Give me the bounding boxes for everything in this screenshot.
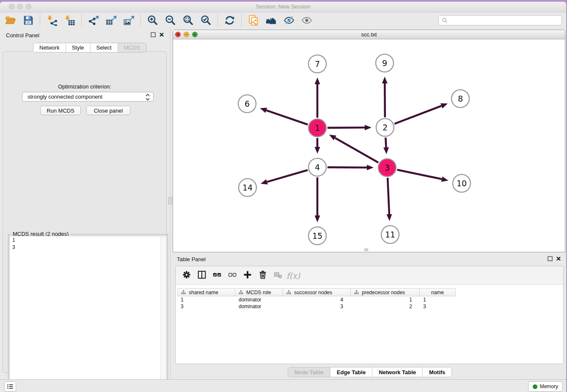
window-titlebar[interactable]: Session: New Session: [0, 2, 566, 12]
delete-row-button[interactable]: [255, 268, 270, 283]
table-row[interactable]: 1dominator411: [177, 296, 456, 303]
gear-button[interactable]: [179, 268, 194, 283]
table-cell[interactable]: 1: [351, 296, 420, 303]
graph-node-15[interactable]: 15: [308, 227, 326, 245]
edge-1-6[interactable]: [266, 110, 308, 125]
graph-node-6[interactable]: 6: [238, 95, 256, 113]
graph-node-9[interactable]: 9: [376, 54, 394, 72]
network-canvas[interactable]: 1234678910111415: [173, 39, 565, 252]
network-graph: 1234678910111415: [173, 39, 565, 252]
home-button[interactable]: [264, 14, 278, 27]
tab-network-table[interactable]: Network Table: [372, 367, 423, 377]
edge-4-3[interactable]: [328, 167, 367, 168]
close-panel-button[interactable]: Close panel: [86, 106, 130, 115]
graph-node-2[interactable]: 2: [376, 119, 394, 136]
refresh-button[interactable]: [223, 14, 237, 27]
deselect-all-button[interactable]: [225, 268, 240, 283]
table-row[interactable]: 3dominator323: [177, 303, 456, 310]
table-cell[interactable]: dominator: [235, 303, 283, 310]
edge-2-9[interactable]: [385, 83, 385, 117]
float-panel-icon[interactable]: [151, 32, 156, 37]
edge-3-1[interactable]: [335, 138, 378, 163]
edge-2-3[interactable]: [385, 138, 386, 147]
table-cell[interactable]: 3: [420, 303, 456, 310]
column-tree-icon: [286, 290, 291, 295]
tab-edge-table[interactable]: Edge Table: [330, 367, 372, 377]
column-header-successor-nodes[interactable]: successor nodes: [283, 288, 351, 296]
table-cell[interactable]: 3: [283, 303, 351, 310]
search-box[interactable]: [438, 15, 562, 25]
tab-node-table[interactable]: Node Table: [288, 367, 330, 377]
tab-network[interactable]: Network: [33, 43, 66, 52]
result-scrollbar[interactable]: [160, 236, 166, 392]
search-input[interactable]: [450, 17, 561, 24]
open-folder-button[interactable]: [3, 14, 18, 27]
graph-node-11[interactable]: 11: [381, 226, 399, 243]
node-label: 15: [312, 231, 322, 240]
column-header-MCDS-role[interactable]: MCDS role: [235, 288, 283, 296]
edge-3-10[interactable]: [397, 170, 442, 179]
columns-button[interactable]: [194, 268, 209, 283]
edge-1-2[interactable]: [328, 127, 365, 128]
graph-node-8[interactable]: 8: [451, 90, 469, 108]
add-row-button[interactable]: [240, 268, 255, 283]
graph-node-3[interactable]: 3: [378, 159, 396, 177]
edge-3-11[interactable]: [388, 178, 389, 214]
dropdown-stepper-icon: [145, 93, 151, 102]
select-all-button[interactable]: [209, 268, 225, 283]
column-header-shared-name[interactable]: shared name: [177, 288, 235, 296]
zoom-fit-button[interactable]: [181, 14, 195, 27]
import-table-button[interactable]: [63, 14, 77, 27]
export-network-button[interactable]: [86, 14, 101, 27]
graph-node-4[interactable]: 4: [308, 158, 326, 176]
status-bar: Memory: [0, 379, 566, 392]
table-cell[interactable]: 2: [351, 303, 420, 310]
graph-node-7[interactable]: 7: [308, 55, 326, 73]
zoom-selected-button[interactable]: [199, 14, 213, 27]
zoom-selected-icon: [201, 15, 212, 26]
tab-select[interactable]: Select: [91, 43, 118, 52]
node-label: 6: [245, 99, 250, 108]
zoom-out-button[interactable]: [163, 14, 178, 27]
task-history-button[interactable]: [4, 381, 16, 392]
graph-node-1[interactable]: 1: [308, 119, 326, 137]
criterion-dropdown[interactable]: strongly connected component: [22, 92, 154, 102]
clone-network-button[interactable]: [246, 14, 261, 27]
graph-node-14[interactable]: 14: [239, 179, 256, 196]
edge-4-14[interactable]: [267, 170, 308, 182]
tab-mcds[interactable]: MCDS: [118, 43, 146, 52]
import-network-button[interactable]: [45, 14, 59, 27]
column-header-predecessor-nodes[interactable]: predecessor nodes: [351, 288, 420, 296]
control-panel-title: Control Panel: [6, 32, 39, 39]
float-table-panel-icon[interactable]: [548, 256, 553, 261]
save-button[interactable]: [21, 14, 36, 27]
close-panel-icon[interactable]: [159, 32, 164, 37]
export-table-button[interactable]: [104, 14, 118, 27]
import-table-icon: [64, 15, 75, 26]
network-window-titlebar[interactable]: scc.txt: [173, 30, 565, 39]
zoom-in-button[interactable]: [146, 14, 160, 27]
hide-eye-button[interactable]: [282, 14, 296, 27]
column-tree-icon: [354, 290, 359, 295]
tab-motifs[interactable]: Motifs: [423, 367, 451, 377]
node-label: 11: [385, 230, 395, 239]
run-mcds-button[interactable]: Run MCDS: [40, 106, 81, 115]
table-cell[interactable]: 1: [420, 296, 456, 303]
network-resize-grip[interactable]: [364, 248, 368, 251]
column-header-label: MCDS role: [246, 290, 271, 295]
graph-node-10[interactable]: 10: [453, 174, 471, 192]
column-header-name[interactable]: name: [420, 288, 456, 296]
memory-button[interactable]: Memory: [528, 381, 563, 392]
edge-2-8[interactable]: [394, 106, 441, 124]
show-eye-button[interactable]: [300, 14, 314, 27]
export-image-button[interactable]: [122, 14, 136, 27]
tab-style[interactable]: Style: [66, 43, 91, 52]
table-cell[interactable]: 3: [177, 303, 235, 310]
close-table-panel-icon[interactable]: [556, 256, 561, 261]
vertical-splitter-grip[interactable]: [168, 197, 172, 204]
table-cell[interactable]: dominator: [235, 296, 283, 303]
criterion-dropdown-value: strongly connected component: [28, 94, 102, 100]
table-cell[interactable]: 4: [283, 296, 351, 303]
mcds-result-textarea[interactable]: 13: [9, 236, 167, 392]
table-cell[interactable]: 1: [177, 296, 235, 303]
